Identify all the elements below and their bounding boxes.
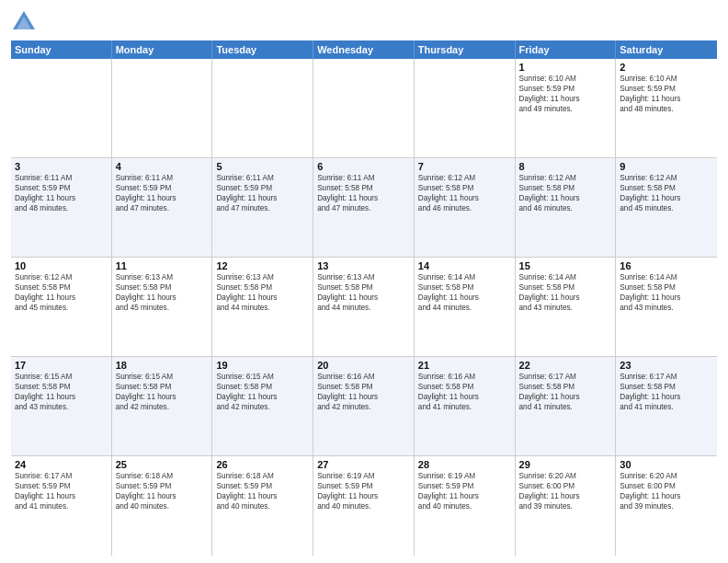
- day-number: 17: [15, 360, 108, 371]
- day-info: Sunrise: 6:14 AM Sunset: 5:58 PM Dayligh…: [519, 272, 612, 313]
- day-info: Sunrise: 6:12 AM Sunset: 5:58 PM Dayligh…: [519, 173, 612, 213]
- day-cell-30: 30Sunrise: 6:20 AM Sunset: 6:00 PM Dayli…: [616, 456, 717, 556]
- day-number: 18: [116, 360, 209, 371]
- day-cell-7: 7Sunrise: 6:12 AM Sunset: 5:58 PM Daylig…: [415, 158, 516, 257]
- day-cell-26: 26Sunrise: 6:18 AM Sunset: 5:59 PM Dayli…: [212, 456, 313, 556]
- empty-cell-w0c3: [313, 59, 415, 157]
- day-cell-22: 22Sunrise: 6:17 AM Sunset: 5:58 PM Dayli…: [516, 357, 617, 455]
- day-info: Sunrise: 6:10 AM Sunset: 5:59 PM Dayligh…: [620, 74, 713, 114]
- day-cell-24: 24Sunrise: 6:17 AM Sunset: 5:59 PM Dayli…: [11, 456, 112, 556]
- day-number: 1: [519, 62, 612, 73]
- week-row-4: 17Sunrise: 6:15 AM Sunset: 5:58 PM Dayli…: [11, 357, 717, 456]
- day-number: 16: [620, 260, 713, 271]
- day-info: Sunrise: 6:11 AM Sunset: 5:59 PM Dayligh…: [116, 173, 209, 213]
- day-number: 6: [317, 161, 410, 172]
- header-day-tuesday: Tuesday: [212, 40, 313, 59]
- day-number: 28: [418, 459, 511, 470]
- day-number: 30: [620, 459, 713, 470]
- day-info: Sunrise: 6:18 AM Sunset: 5:59 PM Dayligh…: [116, 471, 209, 511]
- day-cell-19: 19Sunrise: 6:15 AM Sunset: 5:58 PM Dayli…: [212, 357, 313, 455]
- day-number: 21: [418, 360, 511, 371]
- day-cell-20: 20Sunrise: 6:16 AM Sunset: 5:58 PM Dayli…: [313, 357, 415, 455]
- calendar-body: 1Sunrise: 6:10 AM Sunset: 5:59 PM Daylig…: [11, 59, 717, 556]
- day-cell-4: 4Sunrise: 6:11 AM Sunset: 5:59 PM Daylig…: [112, 158, 213, 257]
- day-number: 22: [519, 360, 612, 371]
- day-number: 15: [519, 260, 612, 271]
- day-info: Sunrise: 6:19 AM Sunset: 5:59 PM Dayligh…: [418, 471, 511, 511]
- header-day-saturday: Saturday: [616, 40, 717, 59]
- day-cell-15: 15Sunrise: 6:14 AM Sunset: 5:58 PM Dayli…: [516, 258, 617, 356]
- day-cell-23: 23Sunrise: 6:17 AM Sunset: 5:58 PM Dayli…: [616, 357, 717, 455]
- day-info: Sunrise: 6:13 AM Sunset: 5:58 PM Dayligh…: [216, 272, 309, 313]
- day-number: 5: [216, 161, 309, 172]
- day-info: Sunrise: 6:13 AM Sunset: 5:58 PM Dayligh…: [317, 272, 410, 313]
- day-info: Sunrise: 6:15 AM Sunset: 5:58 PM Dayligh…: [216, 372, 309, 412]
- day-info: Sunrise: 6:19 AM Sunset: 5:59 PM Dayligh…: [317, 471, 410, 511]
- day-info: Sunrise: 6:17 AM Sunset: 5:59 PM Dayligh…: [15, 471, 108, 511]
- day-number: 12: [216, 260, 309, 271]
- day-info: Sunrise: 6:12 AM Sunset: 5:58 PM Dayligh…: [418, 173, 511, 213]
- day-cell-2: 2Sunrise: 6:10 AM Sunset: 5:59 PM Daylig…: [616, 59, 717, 157]
- empty-cell-w0c2: [212, 59, 313, 157]
- day-cell-14: 14Sunrise: 6:14 AM Sunset: 5:58 PM Dayli…: [415, 258, 516, 356]
- empty-cell-w0c4: [415, 59, 516, 157]
- day-number: 25: [116, 459, 209, 470]
- header-day-monday: Monday: [112, 40, 213, 59]
- day-number: 29: [519, 459, 612, 470]
- day-info: Sunrise: 6:12 AM Sunset: 5:58 PM Dayligh…: [620, 173, 713, 213]
- day-number: 27: [317, 459, 410, 470]
- day-info: Sunrise: 6:14 AM Sunset: 5:58 PM Dayligh…: [620, 272, 713, 313]
- day-info: Sunrise: 6:14 AM Sunset: 5:58 PM Dayligh…: [418, 272, 511, 313]
- day-number: 2: [620, 62, 713, 73]
- day-number: 20: [317, 360, 410, 371]
- day-number: 10: [15, 260, 108, 271]
- header: [11, 9, 717, 35]
- page: SundayMondayTuesdayWednesdayThursdayFrid…: [0, 0, 728, 563]
- day-cell-21: 21Sunrise: 6:16 AM Sunset: 5:58 PM Dayli…: [415, 357, 516, 455]
- header-day-wednesday: Wednesday: [313, 40, 415, 59]
- day-info: Sunrise: 6:11 AM Sunset: 5:58 PM Dayligh…: [317, 173, 410, 213]
- day-cell-10: 10Sunrise: 6:12 AM Sunset: 5:58 PM Dayli…: [11, 258, 112, 356]
- day-cell-17: 17Sunrise: 6:15 AM Sunset: 5:58 PM Dayli…: [11, 357, 112, 455]
- day-info: Sunrise: 6:16 AM Sunset: 5:58 PM Dayligh…: [317, 372, 410, 412]
- header-day-friday: Friday: [516, 40, 617, 59]
- logo-icon: [11, 9, 37, 35]
- day-cell-16: 16Sunrise: 6:14 AM Sunset: 5:58 PM Dayli…: [616, 258, 717, 356]
- day-info: Sunrise: 6:20 AM Sunset: 6:00 PM Dayligh…: [519, 471, 612, 511]
- day-number: 14: [418, 260, 511, 271]
- day-info: Sunrise: 6:20 AM Sunset: 6:00 PM Dayligh…: [620, 471, 713, 511]
- day-info: Sunrise: 6:15 AM Sunset: 5:58 PM Dayligh…: [116, 372, 209, 412]
- day-info: Sunrise: 6:13 AM Sunset: 5:58 PM Dayligh…: [116, 272, 209, 313]
- day-number: 7: [418, 161, 511, 172]
- logo: [11, 9, 39, 35]
- day-cell-1: 1Sunrise: 6:10 AM Sunset: 5:59 PM Daylig…: [516, 59, 617, 157]
- week-row-5: 24Sunrise: 6:17 AM Sunset: 5:59 PM Dayli…: [11, 456, 717, 556]
- day-cell-13: 13Sunrise: 6:13 AM Sunset: 5:58 PM Dayli…: [313, 258, 415, 356]
- day-info: Sunrise: 6:17 AM Sunset: 5:58 PM Dayligh…: [620, 372, 713, 412]
- day-number: 19: [216, 360, 309, 371]
- calendar-header: SundayMondayTuesdayWednesdayThursdayFrid…: [11, 40, 717, 59]
- day-cell-8: 8Sunrise: 6:12 AM Sunset: 5:58 PM Daylig…: [516, 158, 617, 257]
- header-day-thursday: Thursday: [415, 40, 516, 59]
- day-number: 26: [216, 459, 309, 470]
- header-day-sunday: Sunday: [11, 40, 112, 59]
- day-info: Sunrise: 6:15 AM Sunset: 5:58 PM Dayligh…: [15, 372, 108, 412]
- day-cell-11: 11Sunrise: 6:13 AM Sunset: 5:58 PM Dayli…: [112, 258, 213, 356]
- empty-cell-w0c0: [11, 59, 112, 157]
- day-info: Sunrise: 6:17 AM Sunset: 5:58 PM Dayligh…: [519, 372, 612, 412]
- day-info: Sunrise: 6:16 AM Sunset: 5:58 PM Dayligh…: [418, 372, 511, 412]
- day-cell-9: 9Sunrise: 6:12 AM Sunset: 5:58 PM Daylig…: [616, 158, 717, 257]
- day-cell-18: 18Sunrise: 6:15 AM Sunset: 5:58 PM Dayli…: [112, 357, 213, 455]
- day-cell-3: 3Sunrise: 6:11 AM Sunset: 5:59 PM Daylig…: [11, 158, 112, 257]
- day-number: 11: [116, 260, 209, 271]
- week-row-1: 1Sunrise: 6:10 AM Sunset: 5:59 PM Daylig…: [11, 59, 717, 158]
- day-info: Sunrise: 6:18 AM Sunset: 5:59 PM Dayligh…: [216, 471, 309, 511]
- week-row-3: 10Sunrise: 6:12 AM Sunset: 5:58 PM Dayli…: [11, 258, 717, 357]
- day-cell-6: 6Sunrise: 6:11 AM Sunset: 5:58 PM Daylig…: [313, 158, 415, 257]
- day-cell-29: 29Sunrise: 6:20 AM Sunset: 6:00 PM Dayli…: [516, 456, 617, 556]
- day-number: 23: [620, 360, 713, 371]
- day-info: Sunrise: 6:10 AM Sunset: 5:59 PM Dayligh…: [519, 74, 612, 114]
- day-number: 24: [15, 459, 108, 470]
- day-number: 9: [620, 161, 713, 172]
- week-row-2: 3Sunrise: 6:11 AM Sunset: 5:59 PM Daylig…: [11, 158, 717, 258]
